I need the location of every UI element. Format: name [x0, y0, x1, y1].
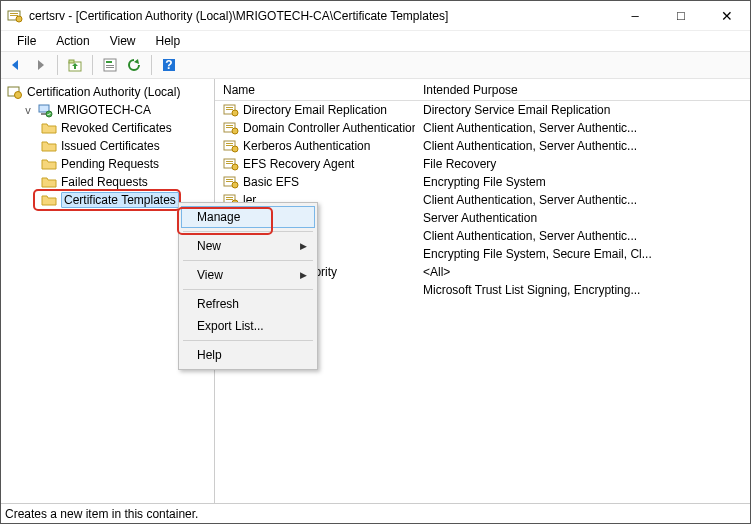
svg-rect-31 [226, 163, 233, 164]
menu-help[interactable]: Help [148, 33, 189, 49]
help-button[interactable]: ? [158, 54, 180, 76]
submenu-arrow-icon: ▶ [300, 241, 307, 251]
tree-item-pending[interactable]: Pending Requests [1, 155, 214, 173]
tree-root-label: Certification Authority (Local) [27, 85, 180, 99]
col-header-purpose[interactable]: Intended Purpose [415, 83, 750, 97]
list-header: Name Intended Purpose [215, 79, 750, 101]
ctx-label: New [197, 239, 221, 253]
svg-rect-26 [226, 143, 233, 144]
properties-button[interactable] [99, 54, 121, 76]
list-item[interactable]: Kerberos AuthenticationClient Authentica… [215, 137, 750, 155]
folder-icon [41, 120, 57, 136]
svg-rect-38 [226, 197, 233, 198]
cell-purpose: <All> [415, 265, 750, 279]
tree-ca[interactable]: v MRIGOTECH-CA [1, 101, 214, 119]
tree-item-failed[interactable]: Failed Requests [1, 173, 214, 191]
cell-purpose: Client Authentication, Server Authentic.… [415, 193, 750, 207]
cell-name: Kerberos Authentication [215, 138, 415, 154]
refresh-button[interactable] [123, 54, 145, 76]
svg-point-24 [232, 128, 238, 134]
cell-name-text: EFS Recovery Agent [243, 157, 354, 171]
list-item[interactable]: Domain Controller AuthenticationClient A… [215, 119, 750, 137]
close-button[interactable]: ✕ [704, 1, 750, 31]
cell-purpose: Encrypting File System [415, 175, 750, 189]
svg-rect-5 [69, 60, 74, 63]
cell-name: Domain Controller Authentication [215, 120, 415, 136]
svg-rect-7 [106, 61, 112, 63]
svg-point-28 [232, 146, 238, 152]
tree-root[interactable]: Certification Authority (Local) [1, 83, 214, 101]
svg-rect-8 [106, 65, 114, 66]
menu-action[interactable]: Action [48, 33, 97, 49]
cell-purpose: Client Authentication, Server Authentic.… [415, 121, 750, 135]
menu-file[interactable]: File [9, 33, 44, 49]
forward-button[interactable] [29, 54, 51, 76]
context-menu: Manage New ▶ View ▶ Refresh Export List.… [178, 202, 318, 370]
svg-point-13 [15, 92, 22, 99]
folder-icon [41, 138, 57, 154]
back-button[interactable] [5, 54, 27, 76]
status-bar: Creates a new item in this container. [1, 503, 750, 523]
svg-rect-19 [226, 109, 233, 110]
tree-item-issued[interactable]: Issued Certificates [1, 137, 214, 155]
main-area: Certification Authority (Local) v MRIGOT… [1, 79, 750, 503]
svg-rect-27 [226, 145, 233, 146]
status-text: Creates a new item in this container. [5, 507, 198, 521]
svg-point-36 [232, 182, 238, 188]
cell-purpose: Encrypting File System, Secure Email, Cl… [415, 247, 750, 261]
minimize-button[interactable]: – [612, 1, 658, 31]
cert-template-icon [223, 174, 239, 190]
cell-purpose: Microsoft Trust List Signing, Encrypting… [415, 283, 750, 297]
tree-item-label: Pending Requests [61, 157, 159, 171]
cell-purpose: Server Authentication [415, 211, 750, 225]
ctx-separator [183, 231, 313, 232]
certsrv-app-icon [7, 8, 23, 24]
svg-rect-34 [226, 179, 233, 180]
cell-name-text: Basic EFS [243, 175, 299, 189]
ctx-label: View [197, 268, 223, 282]
list-item[interactable]: EFS Recovery AgentFile Recovery [215, 155, 750, 173]
ctx-help[interactable]: Help [181, 344, 315, 366]
menu-view[interactable]: View [102, 33, 144, 49]
cell-purpose: File Recovery [415, 157, 750, 171]
ctx-refresh[interactable]: Refresh [181, 293, 315, 315]
tree-item-label: Certificate Templates [61, 192, 179, 208]
col-header-name[interactable]: Name [215, 83, 415, 97]
ctx-view[interactable]: View ▶ [181, 264, 315, 286]
up-button[interactable] [64, 54, 86, 76]
ctx-export[interactable]: Export List... [181, 315, 315, 337]
cell-purpose: Client Authentication, Server Authentic.… [415, 229, 750, 243]
svg-rect-1 [10, 13, 18, 14]
cell-name: EFS Recovery Agent [215, 156, 415, 172]
svg-rect-22 [226, 125, 233, 126]
menu-bar: File Action View Help [1, 31, 750, 51]
list-item[interactable]: Directory Email ReplicationDirectory Ser… [215, 101, 750, 119]
cell-name-text: Directory Email Replication [243, 103, 387, 117]
ctx-label: Help [197, 348, 222, 362]
svg-point-3 [16, 16, 22, 22]
folder-icon [41, 192, 57, 208]
svg-rect-39 [226, 199, 233, 200]
maximize-button[interactable]: □ [658, 1, 704, 31]
svg-text:?: ? [165, 58, 172, 72]
toolbar: ? [1, 51, 750, 79]
svg-rect-9 [106, 67, 114, 68]
cell-name: Basic EFS [215, 174, 415, 190]
tree-item-label: Issued Certificates [61, 139, 160, 153]
ctx-label: Manage [197, 210, 240, 224]
expander-icon[interactable]: v [23, 104, 33, 116]
cert-template-icon [223, 156, 239, 172]
ctx-manage[interactable]: Manage [181, 206, 315, 228]
ctx-separator [183, 340, 313, 341]
svg-rect-18 [226, 107, 233, 108]
cell-purpose: Client Authentication, Server Authentic.… [415, 139, 750, 153]
tree-ca-label: MRIGOTECH-CA [57, 103, 151, 117]
certauth-icon [7, 84, 23, 100]
cert-template-icon [223, 138, 239, 154]
list-item[interactable]: Basic EFSEncrypting File System [215, 173, 750, 191]
ctx-new[interactable]: New ▶ [181, 235, 315, 257]
tree-item-revoked[interactable]: Revoked Certificates [1, 119, 214, 137]
ctx-label: Refresh [197, 297, 239, 311]
folder-icon [41, 174, 57, 190]
cell-name-text: Kerberos Authentication [243, 139, 370, 153]
